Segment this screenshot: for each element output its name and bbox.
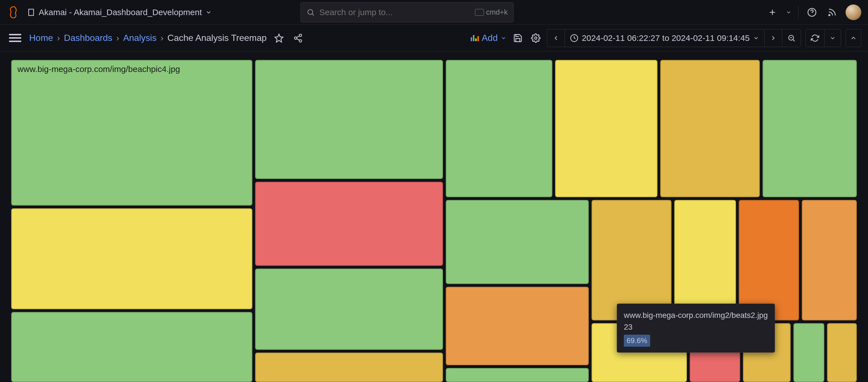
treemap-cell[interactable] — [255, 60, 443, 179]
svg-line-8 — [312, 14, 314, 15]
crumb-dashboards[interactable]: Dashboards — [64, 33, 113, 43]
chevron-down-icon — [205, 9, 212, 16]
menu-toggle[interactable] — [7, 32, 24, 44]
divider — [798, 6, 799, 19]
zoom-out-button[interactable] — [782, 29, 801, 47]
svg-marker-14 — [275, 34, 283, 42]
search-shortcut: cmd+k — [475, 8, 508, 16]
gear-icon — [531, 33, 540, 43]
svg-line-18 — [297, 36, 300, 38]
treemap-cell[interactable] — [446, 287, 589, 365]
treemap-cell[interactable] — [827, 323, 857, 382]
refresh-picker[interactable] — [805, 29, 841, 47]
building-icon — [27, 8, 35, 16]
svg-rect-0 — [29, 9, 34, 15]
refresh-button[interactable] — [806, 29, 825, 47]
crumb-current: Cache Analysis Treemap — [167, 33, 267, 43]
plus-icon — [768, 8, 777, 17]
time-range-back[interactable] — [547, 29, 565, 47]
treemap-cell[interactable] — [446, 368, 589, 382]
svg-point-16 — [294, 37, 297, 39]
refresh-icon — [811, 34, 819, 42]
treemap-cell[interactable] — [660, 60, 760, 197]
svg-point-17 — [299, 39, 302, 42]
time-range-display[interactable]: 2024-02-11 06:22:27 to 2024-02-11 09:14:… — [565, 29, 765, 47]
crumb-analysis[interactable]: Analysis — [123, 33, 156, 43]
treemap-cell[interactable] — [794, 323, 824, 382]
crumb-home[interactable]: Home — [29, 33, 53, 43]
news-button[interactable] — [826, 6, 839, 19]
treemap-cell[interactable] — [802, 200, 857, 320]
treemap-cell[interactable] — [739, 200, 799, 320]
workspace-picker[interactable]: Akamai - Akamai_Dashboard_Development — [27, 7, 212, 17]
treemap-cell[interactable]: www.big-mega-corp.com/img/beachpic4.jpg — [11, 60, 252, 206]
treemap-cell[interactable] — [674, 200, 736, 320]
chevron-right-icon: › — [57, 33, 60, 43]
share-icon — [293, 33, 303, 43]
help-icon — [807, 7, 817, 17]
breadcrumb: Home › Dashboards › Analysis › Cache Ana… — [29, 33, 267, 43]
grafana-logo-icon[interactable] — [7, 4, 23, 20]
search-box[interactable]: cmd+k — [301, 2, 514, 23]
treemap-cell-label: www.big-mega-corp.com/img/beachpic4.jpg — [11, 60, 252, 78]
chevron-right-icon — [770, 34, 777, 42]
settings-button[interactable] — [529, 31, 542, 45]
tooltip-pct: 69.6% — [624, 335, 650, 347]
svg-line-23 — [793, 39, 795, 41]
collapse-button[interactable] — [845, 29, 861, 47]
chevron-up-icon — [850, 34, 857, 42]
treemap-cell[interactable] — [11, 208, 252, 309]
keyboard-icon — [475, 9, 484, 16]
save-button[interactable] — [511, 31, 525, 45]
svg-point-20 — [535, 37, 537, 39]
star-button[interactable] — [272, 31, 286, 45]
new-button[interactable] — [766, 6, 779, 19]
clock-icon — [570, 34, 579, 42]
svg-point-13 — [829, 14, 830, 15]
chevron-down-icon — [753, 35, 759, 41]
zoom-out-icon — [787, 34, 796, 42]
treemap-cell[interactable] — [255, 353, 443, 382]
treemap-cell[interactable] — [446, 60, 552, 197]
tooltip-url: www.big-mega-corp.com/img2/beats2.jpg — [624, 309, 768, 321]
panel-add-icon — [471, 35, 479, 41]
chevron-right-icon: › — [160, 33, 163, 43]
treemap-tooltip: www.big-mega-corp.com/img2/beats2.jpg 23… — [617, 304, 775, 353]
svg-line-19 — [297, 39, 300, 40]
share-button[interactable] — [291, 31, 305, 45]
chevron-left-icon — [552, 34, 560, 42]
treemap-cell[interactable] — [11, 312, 252, 382]
workspace-name: Akamai - Akamai_Dashboard_Development — [39, 7, 202, 17]
chevron-down-icon — [500, 35, 506, 41]
treemap-cell[interactable] — [592, 200, 672, 320]
chevron-right-icon: › — [116, 33, 119, 43]
chevron-down-icon — [830, 35, 836, 41]
rss-icon — [827, 7, 837, 17]
add-button[interactable]: Add — [471, 33, 506, 43]
svg-point-7 — [308, 9, 313, 14]
treemap-cell[interactable] — [446, 200, 589, 284]
treemap-cell[interactable] — [763, 60, 857, 197]
star-icon — [274, 33, 284, 43]
svg-point-15 — [299, 34, 302, 36]
treemap-cell[interactable] — [555, 60, 657, 197]
help-button[interactable] — [805, 6, 819, 19]
tooltip-count: 23 — [624, 321, 768, 333]
treemap-cell[interactable] — [255, 182, 443, 266]
save-icon — [513, 33, 523, 43]
chevron-down-icon[interactable] — [786, 9, 792, 15]
search-icon — [306, 8, 315, 16]
time-range-picker[interactable]: 2024-02-11 06:22:27 to 2024-02-11 09:14:… — [547, 29, 801, 47]
avatar[interactable] — [845, 4, 861, 20]
time-range-forward[interactable] — [765, 29, 782, 47]
refresh-interval[interactable] — [825, 29, 841, 47]
treemap-cell[interactable] — [255, 269, 443, 350]
search-input[interactable] — [319, 7, 470, 17]
